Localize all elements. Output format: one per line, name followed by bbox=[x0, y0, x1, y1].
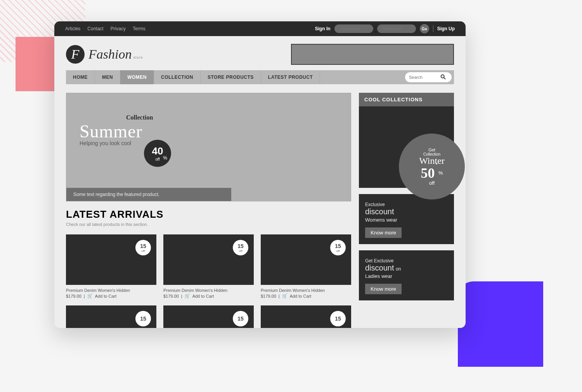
product-card[interactable]: 15 bbox=[66, 305, 156, 328]
product-card[interactable]: 15 off Premium Denim Women's Hidden $179… bbox=[163, 234, 254, 298]
discount-badge: 15 bbox=[330, 311, 346, 326]
discount-badge: 15 bbox=[233, 311, 248, 326]
cool-collections-body[interactable]: Get Collection Winter 50 * % off bbox=[359, 106, 454, 188]
signup-link[interactable]: Sign Up bbox=[437, 26, 455, 31]
product-name: Premium Denim Women's Hidden bbox=[261, 288, 351, 293]
promo2-line3: Ladies wear bbox=[365, 273, 448, 279]
username-input[interactable] bbox=[334, 24, 373, 33]
svg-line-1 bbox=[444, 78, 445, 79]
nav-latest-product[interactable]: Latest Product bbox=[261, 70, 320, 84]
winter-promo-badge: Get Collection Winter 50 * % off bbox=[399, 134, 465, 199]
hero-collection-label: Collection bbox=[126, 114, 153, 121]
discount-off: off bbox=[239, 249, 242, 253]
add-to-cart-link[interactable]: Add to Cart bbox=[95, 294, 117, 298]
logo-subtext: store bbox=[133, 56, 143, 59]
topbar-link-contact[interactable]: Contact bbox=[87, 26, 103, 31]
product-card[interactable]: 15 off Premium Denim Women's Hidden $179… bbox=[66, 234, 156, 298]
promo1-line2: discount bbox=[365, 207, 448, 216]
hero-caption: Some text regarding the featured product… bbox=[66, 188, 231, 201]
winter-value: 50 bbox=[421, 166, 435, 180]
topbar: Articles Contact Privacy Terms Sign In G… bbox=[54, 21, 466, 36]
product-price: $179.00 bbox=[163, 294, 179, 298]
logo-text: Fashion bbox=[88, 47, 132, 62]
main-nav: Home Men Women Collection Store Products… bbox=[66, 70, 454, 84]
discount-value: 15 bbox=[237, 243, 244, 249]
product-card[interactable]: 15 bbox=[163, 305, 254, 328]
product-image: 15 off bbox=[163, 234, 254, 285]
promo2-line1: Get Exclusive bbox=[365, 258, 448, 264]
discount-badge: 15 off bbox=[330, 240, 346, 255]
discount-badge: 15 off bbox=[135, 240, 151, 255]
logo[interactable]: F Fashion store bbox=[66, 45, 145, 64]
nav-collection[interactable]: Collection bbox=[154, 70, 201, 84]
product-name: Premium Denim Women's Hidden bbox=[66, 288, 156, 293]
arrivals-title: Latest Arrivals bbox=[66, 208, 351, 220]
product-card[interactable]: 15 off Premium Denim Women's Hidden $179… bbox=[261, 234, 351, 298]
promo2-line2: discount bbox=[365, 264, 394, 272]
nav-men[interactable]: Men bbox=[95, 70, 120, 84]
topbar-link-privacy[interactable]: Privacy bbox=[111, 26, 126, 31]
topbar-link-terms[interactable]: Terms bbox=[133, 26, 146, 31]
nav-store-products[interactable]: Store Products bbox=[201, 70, 261, 84]
cart-icon: 🛒 bbox=[185, 293, 190, 298]
winter-star: * bbox=[435, 161, 437, 168]
product-image: 15 bbox=[66, 305, 156, 328]
hero-discount-number: 40 bbox=[152, 145, 163, 157]
product-grid: 15 off Premium Denim Women's Hidden $179… bbox=[66, 234, 351, 328]
product-name: Premium Denim Women's Hidden bbox=[163, 288, 254, 293]
promo2-know-more-button[interactable]: Know more bbox=[365, 284, 402, 294]
search-input[interactable] bbox=[409, 75, 440, 80]
search-icon[interactable] bbox=[440, 74, 446, 81]
svg-point-0 bbox=[441, 75, 444, 78]
product-image: 15 bbox=[261, 305, 351, 328]
discount-badge: 15 bbox=[135, 311, 151, 326]
topbar-link-articles[interactable]: Articles bbox=[65, 26, 80, 31]
promo1-line3: Womens wear bbox=[365, 217, 448, 223]
hero-banner[interactable]: Collection Summer Helping you look cool … bbox=[66, 93, 351, 201]
promo-womens-wear: Exclusive discount Womens wear Know more bbox=[359, 194, 454, 244]
header: F Fashion store bbox=[54, 36, 466, 70]
arrivals-subtitle: Check our all latest products in this se… bbox=[66, 222, 351, 227]
discount-off: off bbox=[336, 249, 340, 253]
signin-label: Sign In bbox=[315, 26, 331, 31]
hero-discount-pct: % bbox=[163, 155, 167, 161]
divider bbox=[433, 25, 433, 32]
discount-badge: 15 off bbox=[233, 240, 248, 255]
discount-value: 15 bbox=[335, 316, 341, 322]
sidebar: Cool Collections Get Collection Winter 5… bbox=[359, 93, 454, 328]
product-image: 15 off bbox=[66, 234, 156, 285]
hero-discount-off: off bbox=[156, 157, 160, 161]
app-frame: Articles Contact Privacy Terms Sign In G… bbox=[54, 21, 466, 328]
winter-name: Winter bbox=[419, 156, 445, 166]
add-to-cart-link[interactable]: Add to Cart bbox=[192, 294, 214, 298]
cool-collections-header: Cool Collections bbox=[359, 93, 454, 106]
hero-discount-badge: 40 off % bbox=[144, 140, 171, 167]
product-card[interactable]: 15 bbox=[261, 305, 351, 328]
cart-icon: 🛒 bbox=[282, 293, 288, 298]
logo-badge-icon: F bbox=[66, 45, 85, 64]
product-image: 15 off bbox=[261, 234, 351, 285]
promo1-know-more-button[interactable]: Know more bbox=[365, 227, 402, 238]
winter-off: off bbox=[429, 180, 435, 186]
password-input[interactable] bbox=[377, 24, 416, 33]
cart-icon: 🛒 bbox=[87, 293, 93, 298]
add-to-cart-link[interactable]: Add to Cart bbox=[290, 294, 312, 298]
discount-value: 15 bbox=[237, 316, 244, 322]
promo2-line2-suffix: on bbox=[396, 266, 401, 272]
discount-value: 15 bbox=[335, 243, 341, 249]
hero-title: Summer bbox=[80, 121, 153, 142]
promo-ladies-wear: Get Exclusive discount on Ladies wear Kn… bbox=[359, 250, 454, 300]
promo1-line1: Exclusive bbox=[365, 202, 448, 207]
nav-home[interactable]: Home bbox=[66, 70, 95, 84]
go-button[interactable]: Go bbox=[420, 24, 429, 33]
content: Collection Summer Helping you look cool … bbox=[54, 84, 466, 328]
product-price: $179.00 bbox=[66, 294, 81, 298]
nav-search[interactable] bbox=[405, 72, 452, 82]
product-image: 15 bbox=[163, 305, 254, 328]
discount-value: 15 bbox=[140, 243, 146, 249]
topbar-auth: Sign In Go Sign Up bbox=[315, 24, 455, 33]
header-ad-slot bbox=[291, 44, 454, 65]
product-price: $179.00 bbox=[261, 294, 276, 298]
nav-women[interactable]: Women bbox=[120, 70, 154, 84]
cool-collections-panel: Cool Collections Get Collection Winter 5… bbox=[359, 93, 454, 188]
